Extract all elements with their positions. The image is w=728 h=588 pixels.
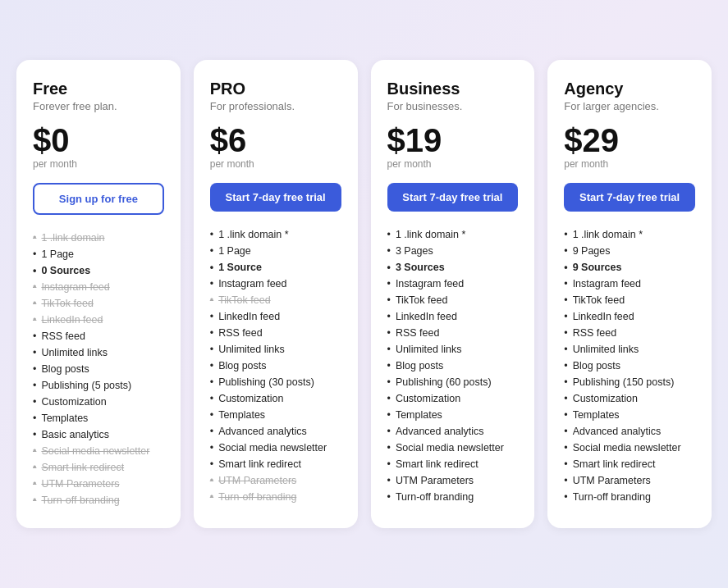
features-list-pro: 1 .link domain *1 Page1 SourceInstagram … — [210, 226, 341, 505]
feature-item: TikTok feed — [564, 292, 695, 308]
plan-name-business: Business — [387, 80, 519, 98]
feature-item: Customization — [33, 394, 164, 410]
feature-item: Blog posts — [387, 358, 519, 374]
plan-period-pro: per month — [210, 158, 341, 170]
feature-item: Unlimited links — [387, 341, 519, 358]
feature-item: Smart link redirect — [210, 456, 341, 472]
feature-item: Advanced analytics — [564, 423, 695, 440]
feature-item: Turn-off branding — [33, 492, 164, 508]
feature-item: Blog posts — [210, 358, 341, 374]
feature-item: Templates — [33, 410, 164, 426]
plan-period-business: per month — [387, 158, 519, 170]
plan-cta-free[interactable]: Sign up for free — [33, 183, 164, 215]
feature-item: Smart link redirect — [33, 459, 164, 476]
feature-item: Turn-off branding — [387, 489, 519, 505]
feature-item: Basic analytics — [33, 426, 164, 443]
feature-item: Blog posts — [564, 358, 695, 374]
pricing-container: FreeForever free plan.$0per monthSign up… — [16, 60, 712, 528]
plan-name-agency: Agency — [564, 80, 695, 98]
feature-item: Turn-off branding — [564, 489, 695, 505]
plan-desc-agency: For larger agencies. — [564, 100, 695, 112]
plan-cta-agency[interactable]: Start 7-day free trial — [564, 183, 695, 212]
feature-item: Social media newsletter — [564, 440, 695, 456]
feature-item: LinkedIn feed — [564, 308, 695, 325]
plan-desc-free: Forever free plan. — [33, 100, 164, 112]
plan-desc-business: For businesses. — [387, 100, 519, 112]
feature-item: Turn-off branding — [210, 489, 341, 505]
feature-item: Customization — [387, 390, 519, 407]
feature-item: 1 .link domain — [33, 230, 164, 246]
feature-item: Instagram feed — [210, 276, 341, 292]
feature-item: 1 .link domain * — [564, 226, 695, 243]
feature-item: Templates — [210, 407, 341, 423]
feature-item: 0 Sources — [33, 262, 164, 279]
plan-cta-business[interactable]: Start 7-day free trial — [387, 183, 519, 212]
feature-item: TikTok feed — [33, 295, 164, 312]
feature-item: 1 Page — [210, 243, 341, 259]
feature-item: UTM Parameters — [33, 476, 164, 492]
feature-item: UTM Parameters — [210, 472, 341, 489]
feature-item: LinkedIn feed — [210, 308, 341, 325]
plan-price-business: $19 — [387, 124, 519, 157]
feature-item: 3 Sources — [387, 259, 519, 276]
feature-item: 1 .link domain * — [210, 226, 341, 243]
plan-desc-pro: For professionals. — [210, 100, 341, 112]
feature-item: Customization — [210, 390, 341, 407]
plan-name-free: Free — [33, 80, 164, 98]
plan-card-pro: PROFor professionals.$6per monthStart 7-… — [194, 60, 358, 528]
feature-item: Social media newsletter — [33, 443, 164, 459]
feature-item: RSS feed — [33, 328, 164, 344]
feature-item: Templates — [564, 407, 695, 423]
feature-item: LinkedIn feed — [33, 312, 164, 328]
plan-price-agency: $29 — [564, 124, 695, 157]
feature-item: Unlimited links — [210, 341, 341, 358]
feature-item: UTM Parameters — [564, 472, 695, 489]
features-list-free: 1 .link domain1 Page0 SourcesInstagram f… — [33, 230, 164, 508]
feature-item: Blog posts — [33, 361, 164, 377]
feature-item: 1 .link domain * — [387, 226, 519, 243]
feature-item: Publishing (60 posts) — [387, 374, 519, 390]
feature-item: Publishing (5 posts) — [33, 377, 164, 394]
feature-item: TikTok feed — [210, 292, 341, 308]
feature-item: 3 Pages — [387, 243, 519, 259]
feature-item: 9 Pages — [564, 243, 695, 259]
feature-item: UTM Parameters — [387, 472, 519, 489]
plan-period-free: per month — [33, 158, 164, 170]
feature-item: Unlimited links — [33, 344, 164, 361]
feature-item: RSS feed — [387, 325, 519, 341]
feature-item: Smart link redirect — [564, 456, 695, 472]
feature-item: Templates — [387, 407, 519, 423]
feature-item: LinkedIn feed — [387, 308, 519, 325]
feature-item: Instagram feed — [33, 279, 164, 295]
feature-item: Smart link redirect — [387, 456, 519, 472]
features-list-agency: 1 .link domain *9 Pages9 SourcesInstagra… — [564, 226, 695, 505]
feature-item: Social media newsletter — [210, 440, 341, 456]
feature-item: Instagram feed — [564, 276, 695, 292]
plan-name-pro: PRO — [210, 80, 341, 98]
feature-item: RSS feed — [564, 325, 695, 341]
feature-item: Customization — [564, 390, 695, 407]
plan-card-agency: AgencyFor larger agencies.$29per monthSt… — [547, 60, 712, 528]
feature-item: Instagram feed — [387, 276, 519, 292]
features-list-business: 1 .link domain *3 Pages3 SourcesInstagra… — [387, 226, 519, 505]
feature-item: TikTok feed — [387, 292, 519, 308]
feature-item: Social media newsletter — [387, 440, 519, 456]
feature-item: Unlimited links — [564, 341, 695, 358]
feature-item: Publishing (150 posts) — [564, 374, 695, 390]
feature-item: RSS feed — [210, 325, 341, 341]
plan-card-free: FreeForever free plan.$0per monthSign up… — [16, 60, 181, 528]
plan-price-free: $0 — [33, 124, 164, 157]
feature-item: Publishing (30 posts) — [210, 374, 341, 390]
plan-period-agency: per month — [564, 158, 695, 170]
plan-price-pro: $6 — [210, 124, 341, 157]
feature-item: Advanced analytics — [387, 423, 519, 440]
plan-cta-pro[interactable]: Start 7-day free trial — [210, 183, 341, 212]
feature-item: 9 Sources — [564, 259, 695, 276]
feature-item: 1 Page — [33, 246, 164, 262]
feature-item: Advanced analytics — [210, 423, 341, 440]
feature-item: 1 Source — [210, 259, 341, 276]
plan-card-business: BusinessFor businesses.$19per monthStart… — [371, 60, 535, 528]
